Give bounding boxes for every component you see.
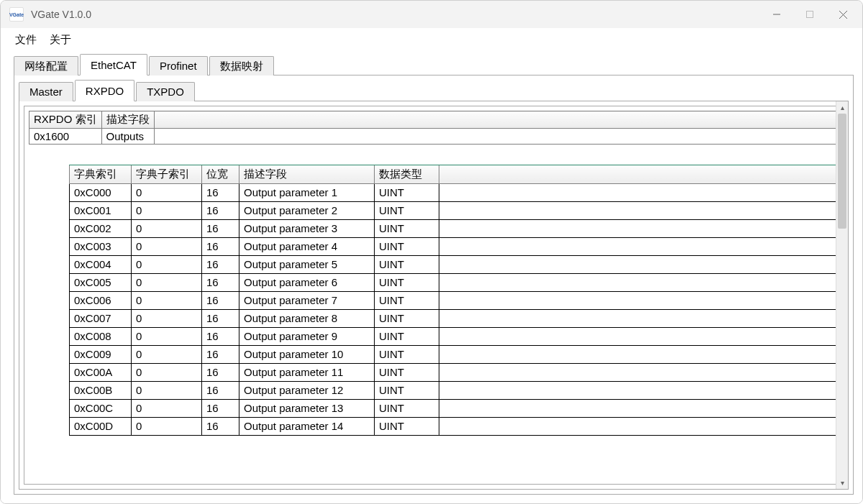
scroll-down-icon[interactable]: ▾ <box>836 477 848 489</box>
table-row[interactable]: 0xC007016Output parameter 8UINT <box>70 309 839 327</box>
tab-ethercat[interactable]: EthetCAT <box>80 54 147 75</box>
cell-dict-index: 0xC007 <box>70 309 132 327</box>
cell-dtype: UINT <box>375 327 439 345</box>
tab-rxpdo[interactable]: RXPDO <box>75 80 134 101</box>
table-row[interactable]: 0xC005016Output parameter 6UINT <box>70 273 839 291</box>
cell-empty <box>439 345 839 363</box>
table-row[interactable]: 0xC000016Output parameter 1UINT <box>70 183 839 201</box>
cell-bits: 16 <box>202 345 239 363</box>
table-row[interactable]: 0xC003016Output parameter 4UINT <box>70 237 839 255</box>
cell-bits: 16 <box>202 255 239 273</box>
cell-desc: Output parameter 10 <box>239 345 375 363</box>
minimize-button[interactable] <box>760 1 793 28</box>
scroll-up-icon[interactable]: ▴ <box>836 101 848 114</box>
cell-dtype: UINT <box>375 237 439 255</box>
window-title: VGate V1.0.0 <box>31 9 91 20</box>
menu-about[interactable]: 关于 <box>50 33 71 47</box>
table-row[interactable]: 0xC006016Output parameter 7UINT <box>70 291 839 309</box>
cell-dict-sub: 0 <box>132 291 202 309</box>
cell-dict-sub: 0 <box>132 309 202 327</box>
cell-desc: Output parameter 5 <box>239 255 375 273</box>
cell-dtype: UINT <box>375 273 439 291</box>
table-row[interactable]: 0xC00C016Output parameter 13UINT <box>70 399 839 417</box>
cell-bits: 16 <box>202 291 239 309</box>
app-window: VGate VGate V1.0.0 文件 关于 网络配置 EthetCAT P… <box>0 0 863 504</box>
cell-dict-index: 0xC00A <box>70 363 132 381</box>
cell-desc: Output parameter 6 <box>239 273 375 291</box>
col-header-bits[interactable]: 位宽 <box>202 165 239 183</box>
app-icon: VGate <box>9 7 24 22</box>
close-button[interactable] <box>826 1 859 28</box>
cell-empty <box>439 327 839 345</box>
cell-dtype: UINT <box>375 183 439 201</box>
col-header-rxpdo-index[interactable]: RXPDO 索引 <box>29 111 102 129</box>
cell-dtype: UINT <box>375 345 439 363</box>
cell-rxpdo-desc: Outputs <box>101 129 154 145</box>
cell-empty <box>439 183 839 201</box>
col-header-dict-index[interactable]: 字典索引 <box>70 165 132 183</box>
cell-dict-index: 0xC008 <box>70 327 132 345</box>
maximize-button[interactable] <box>793 1 826 28</box>
cell-desc: Output parameter 7 <box>239 291 375 309</box>
cell-empty <box>439 363 839 381</box>
param-scroll: 字典索引 字典子索引 位宽 描述字段 数据类型 0xC000016Output … <box>69 165 839 484</box>
cell-dict-index: 0xC00C <box>70 399 132 417</box>
col-header-dtype[interactable]: 数据类型 <box>375 165 439 183</box>
cell-dict-index: 0xC002 <box>70 219 132 237</box>
cell-blank <box>154 129 838 145</box>
cell-dict-sub: 0 <box>132 219 202 237</box>
cell-dtype: UINT <box>375 309 439 327</box>
cell-desc: Output parameter 4 <box>239 237 375 255</box>
table-row[interactable]: 0xC004016Output parameter 5UINT <box>70 255 839 273</box>
table-row[interactable]: 0xC008016Output parameter 9UINT <box>70 327 839 345</box>
col-header-desc[interactable]: 描述字段 <box>239 165 375 183</box>
tab-master[interactable]: Master <box>19 82 73 101</box>
cell-dict-sub: 0 <box>132 417 202 435</box>
tree-gutter <box>29 165 69 484</box>
cell-dict-sub: 0 <box>132 183 202 201</box>
tab-network-config[interactable]: 网络配置 <box>14 56 78 75</box>
cell-dict-index: 0xC00B <box>70 381 132 399</box>
cell-empty <box>439 417 839 435</box>
cell-dtype: UINT <box>375 219 439 237</box>
col-header-dict-sub[interactable]: 字典子索引 <box>132 165 202 183</box>
table-row[interactable]: 0xC00D016Output parameter 14UINT <box>70 417 839 435</box>
cell-bits: 16 <box>202 273 239 291</box>
cell-dtype: UINT <box>375 399 439 417</box>
cell-empty <box>439 309 839 327</box>
tab-data-mapping[interactable]: 数据映射 <box>209 56 274 75</box>
cell-dict-index: 0xC003 <box>70 237 132 255</box>
col-header-desc[interactable]: 描述字段 <box>101 111 154 129</box>
cell-dict-sub: 0 <box>132 399 202 417</box>
table-row[interactable]: 0xC001016Output parameter 2UINT <box>70 201 839 219</box>
tab-profinet[interactable]: Profinet <box>149 56 208 75</box>
vertical-scrollbar[interactable]: ▴ ▾ <box>836 101 848 489</box>
table-row[interactable]: 0xC009016Output parameter 10UINT <box>70 345 839 363</box>
cell-dtype: UINT <box>375 201 439 219</box>
cell-empty <box>439 399 839 417</box>
inner-tabs: Master RXPDO TXPDO <box>19 80 849 101</box>
cell-empty <box>439 273 839 291</box>
menu-file[interactable]: 文件 <box>15 33 37 47</box>
cell-dict-index: 0xC004 <box>70 255 132 273</box>
content-area: 网络配置 EthetCAT Profinet 数据映射 Master RXPDO… <box>1 51 862 503</box>
cell-bits: 16 <box>202 399 239 417</box>
inner-tab-content: RXPDO 索引 描述字段 0x1600 Outputs <box>19 101 849 490</box>
svg-rect-1 <box>807 12 813 18</box>
cell-dict-sub: 0 <box>132 363 202 381</box>
rxpdo-index-row[interactable]: 0x1600 Outputs <box>29 129 839 145</box>
scroll-thumb[interactable] <box>838 114 846 229</box>
tab-txpdo[interactable]: TXPDO <box>136 82 195 101</box>
cell-bits: 16 <box>202 219 239 237</box>
table-row[interactable]: 0xC002016Output parameter 3UINT <box>70 219 839 237</box>
cell-desc: Output parameter 2 <box>239 201 375 219</box>
cell-bits: 16 <box>202 183 239 201</box>
cell-dict-index: 0xC006 <box>70 291 132 309</box>
cell-bits: 16 <box>202 381 239 399</box>
cell-bits: 16 <box>202 363 239 381</box>
cell-dtype: UINT <box>375 291 439 309</box>
cell-dict-index: 0xC001 <box>70 201 132 219</box>
cell-dtype: UINT <box>375 417 439 435</box>
table-row[interactable]: 0xC00A016Output parameter 11UINT <box>70 363 839 381</box>
table-row[interactable]: 0xC00B016Output parameter 12UINT <box>70 381 839 399</box>
